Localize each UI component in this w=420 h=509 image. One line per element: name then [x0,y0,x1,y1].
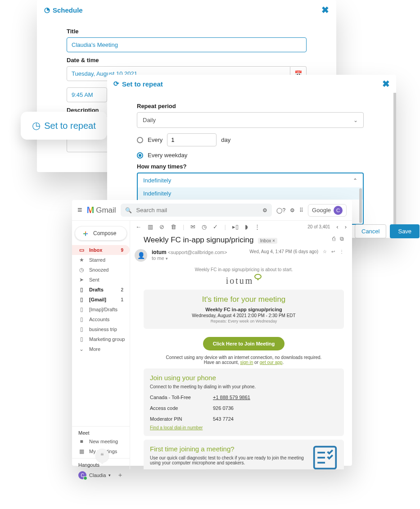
hamburger-icon[interactable]: ≡ [77,205,82,215]
period-label: Repeat period [137,103,364,109]
close-icon[interactable]: ✖ [382,78,390,89]
datetime-label: Date & time [67,57,307,64]
meeting-heading: It's time for your meeting [150,295,338,304]
search-icon: 🔍 [125,207,132,214]
sidebar-item-sent[interactable]: ➤Sent [72,275,130,285]
sidebar-item--gmail-[interactable]: ▯[Gmail]1 [72,295,130,304]
print-icon[interactable]: ⎙ [332,236,335,242]
firsttime-heading: First time joining a meeting? [150,445,304,453]
more-icon[interactable]: ⋮ [339,249,344,254]
firsttime-card: First time joining a meeting? Use our qu… [144,440,344,469]
google-account[interactable]: Google C [308,204,347,217]
new-meeting[interactable]: ■New meeting [72,436,130,446]
clock-icon: ◷ [32,120,41,132]
join-meeting-button[interactable]: Click Here to Join Meeting [203,337,285,350]
title-input[interactable] [67,37,307,52]
meet-header: Meet [72,427,130,436]
help-icon[interactable]: ◯? [276,207,285,214]
refresh-icon: ⟳ [113,80,119,88]
option-indefinitely[interactable]: Indefinitely [138,187,363,200]
hangouts-user[interactable]: C Claudia ▾ ＋ [72,468,130,482]
settings-icon[interactable]: ⚙ [290,207,295,214]
find-local-link[interactable]: Find a local dial-in number [150,425,203,430]
schedule-title: Schedule [53,6,83,14]
sender-avatar-icon: 👤 [135,249,147,262]
dialin-row: Access code926 0736 [150,403,338,414]
gmail-sidebar: ＋ Compose ▭Inbox9★Starred◷Snoozed➤Sent▯D… [72,221,130,469]
email-subject-row: Weekly FC in-app signup/pricing Inbox × … [130,233,352,246]
run-tests-button[interactable]: Run tests [206,469,248,469]
sidebar-item-marketing-group[interactable]: ▯Marketing group [72,334,130,344]
signin-link[interactable]: sign in [240,360,253,365]
prev-icon[interactable]: ‹ [336,223,338,230]
task-icon[interactable]: ✓ [213,223,218,230]
snooze-icon[interactable]: ◷ [202,223,207,230]
sidebar-item-accounts[interactable]: ▯Accounts [72,314,130,324]
phone-heading: Join using your phone [150,374,338,382]
phone-sub: Connect to the meeting by dialing in wit… [150,384,338,389]
unread-icon[interactable]: ✉ [190,223,195,230]
close-icon[interactable]: ✖ [321,5,329,15]
sidebar-item-starred[interactable]: ★Starred [72,255,130,265]
email-from-row: 👤 iotum <support@callbridge.com> to me ▾… [130,246,352,264]
sidebar-item-drafts[interactable]: ▯Drafts2 [72,285,130,295]
repeat-header: ⟳ Set to repeat ✖ [107,75,396,93]
from-name: iotum [152,249,167,255]
to-line[interactable]: to me [152,255,164,261]
sidebar-item-business-trip[interactable]: ▯business trip [72,324,130,334]
sidebar-item-inbox[interactable]: ▭Inbox9 [72,245,130,255]
speech-bubble-icon [254,274,262,279]
label-icon[interactable]: ◗ [245,223,248,230]
sidebar-item--imap-drafts[interactable]: ▯[Imap]/Drafts [72,304,130,314]
reply-icon[interactable]: ↩ [331,249,335,254]
dialin-row: Moderator PIN543 7724 [150,414,338,424]
pill-text: Set to repeat [44,121,96,131]
email-count: 20 of 3,401 [307,224,330,229]
search-box[interactable]: 🔍 ⚙ [121,204,272,217]
cancel-button[interactable]: Cancel [355,224,386,238]
more-icon[interactable]: ⋮ [254,223,260,230]
sidebar-item-more[interactable]: ⌄More [72,344,130,354]
getapp-link[interactable]: get our app [260,360,283,365]
howmany-value: Indefinitely [143,177,171,184]
meeting-repeats: Repeats: Every week on Wednesday [150,319,338,323]
save-button[interactable]: Save [390,224,420,238]
move-icon[interactable]: ▸▯ [232,223,239,230]
inbox-badge[interactable]: Inbox × [258,238,277,244]
gmail-main: ← ▥ ⊘ 🗑 | ✉ ◷ ✓ | ▸▯ ◗ ⋮ 20 of 3,401 ‹ ›… [130,221,352,469]
howmany-label: How many times? [137,163,364,170]
search-input[interactable] [135,206,259,214]
plus-icon[interactable]: ＋ [117,471,123,479]
avatar: C [334,206,343,215]
checklist-icon [312,445,338,469]
every-number-input[interactable] [167,133,217,146]
open-icon[interactable]: ⧉ [340,236,344,242]
next-icon[interactable]: › [345,223,347,230]
sidebar-item-snoozed[interactable]: ◷Snoozed [72,265,130,275]
period-value: Daily [143,117,156,123]
every-label: Every [148,136,163,143]
spam-icon[interactable]: ⊘ [159,223,164,230]
set-to-repeat-pill[interactable]: ◷ Set to repeat [21,112,107,140]
delete-icon[interactable]: 🗑 [171,223,176,230]
back-icon[interactable]: ← [135,223,141,230]
time-input[interactable] [67,87,107,102]
every-weekday-label: Every weekday [148,152,187,159]
dialin-row: Canada - Toll-Free+1 888 579 9861 [150,392,338,403]
compose-button[interactable]: ＋ Compose [75,226,127,241]
plus-icon: ＋ [81,230,90,236]
archive-icon[interactable]: ▥ [148,223,153,230]
apps-icon[interactable]: ⠿ [299,207,303,214]
every-radio[interactable] [137,137,143,143]
schedule-header: ◔ Schedule ✖ [37,0,336,20]
tune-icon[interactable]: ⚙ [262,207,267,214]
repeat-title: Set to repeat [122,80,163,88]
every-weekday-radio[interactable] [137,152,143,159]
period-select[interactable]: Daily ⌄ [137,112,364,128]
connect-text: Connect using any device with an interne… [144,355,344,360]
gmail-logo[interactable]: MGmail [87,205,116,215]
iotum-logo: iotum [226,276,262,286]
compose-label: Compose [93,230,116,236]
star-icon[interactable]: ☆ [323,249,327,254]
gmail-panel: ≡ MGmail 🔍 ⚙ ◯? ⚙ ⠿ Google C ＋ Compose ▭… [72,200,352,466]
